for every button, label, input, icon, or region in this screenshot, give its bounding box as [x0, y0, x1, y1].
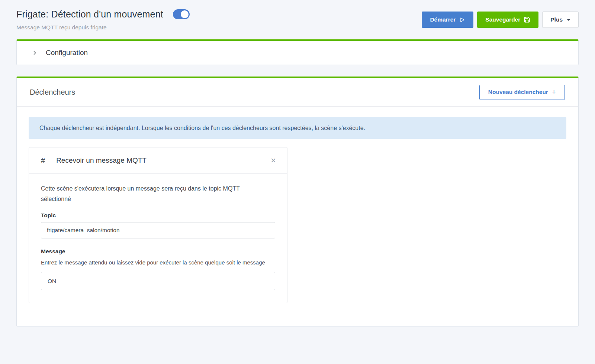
header-actions: Démarrer Sauvegarder Plus: [422, 12, 579, 28]
message-label: Message: [41, 248, 275, 255]
trigger-card-mqtt: # Recevoir un message MQTT × Cette scène…: [29, 147, 287, 303]
plus-icon: +: [552, 88, 556, 96]
save-scene-label: Sauvegarder: [485, 16, 520, 23]
triggers-info-alert: Chaque déclencheur est indépendant. Lors…: [29, 117, 566, 139]
trigger-body: Cette scène s'exécutera lorsque un messa…: [29, 174, 287, 303]
page-header-left: Frigate: Détection d'un mouvement Messag…: [16, 9, 190, 31]
more-menu-label: Plus: [550, 16, 563, 23]
page-subtitle: Message MQTT reçu depuis frigate: [16, 24, 190, 31]
play-icon: [459, 17, 465, 23]
triggers-body: Chaque déclencheur est indépendant. Lors…: [17, 107, 578, 326]
page-title: Frigate: Détection d'un mouvement: [16, 9, 163, 20]
toggle-knob: [181, 10, 189, 18]
new-trigger-label: Nouveau déclencheur: [488, 89, 548, 95]
scene-editor-page: Frigate: Détection d'un mouvement Messag…: [0, 0, 595, 326]
trigger-title: Recevoir un message MQTT: [56, 156, 271, 165]
chevron-right-icon: [32, 50, 38, 56]
topic-input[interactable]: [41, 222, 275, 238]
new-trigger-button[interactable]: Nouveau déclencheur +: [479, 85, 565, 100]
page-header: Frigate: Détection d'un mouvement Messag…: [16, 9, 579, 31]
configuration-label: Configuration: [46, 49, 88, 57]
caret-down-icon: [567, 19, 570, 21]
trigger-description: Cette scène s'exécutera lorsque un messa…: [41, 183, 264, 204]
hash-icon: #: [41, 156, 45, 165]
close-icon[interactable]: ×: [271, 156, 276, 165]
start-scene-label: Démarrer: [430, 16, 456, 23]
configuration-card[interactable]: Configuration: [16, 39, 579, 65]
message-help-text: Entrez le message attendu ou laissez vid…: [41, 258, 275, 267]
triggers-header: Déclencheurs Nouveau déclencheur +: [17, 78, 578, 107]
start-scene-button[interactable]: Démarrer: [422, 12, 473, 28]
scene-active-toggle[interactable]: [173, 9, 190, 19]
triggers-title: Déclencheurs: [30, 88, 75, 97]
save-scene-button[interactable]: Sauvegarder: [477, 12, 538, 28]
more-menu-button[interactable]: Plus: [542, 12, 579, 28]
message-input[interactable]: [41, 272, 275, 290]
floppy-save-icon: [524, 16, 530, 23]
triggers-card: Déclencheurs Nouveau déclencheur + Chaqu…: [16, 77, 579, 326]
topic-label: Topic: [41, 212, 275, 219]
trigger-header: # Recevoir un message MQTT ×: [29, 147, 287, 174]
